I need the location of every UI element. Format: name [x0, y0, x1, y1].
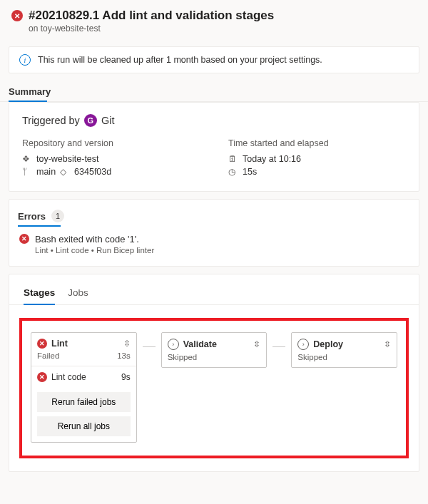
branch-name[interactable]: main — [36, 167, 56, 177]
stage-deploy[interactable]: › Deploy ⇳ Skipped — [291, 332, 397, 368]
skip-icon: › — [168, 339, 179, 350]
stage-name: Deploy — [313, 339, 379, 349]
errors-label[interactable]: Errors — [18, 211, 46, 222]
stage-validate[interactable]: › Validate ⇳ Skipped — [161, 332, 268, 368]
errors-count-badge: 1 — [51, 210, 64, 222]
stage-lint[interactable]: ✕ Lint ⇳ Failed 13s ✕ Lint code 9s Rerun… — [31, 332, 137, 443]
stage-status: Failed — [37, 351, 59, 360]
rerun-failed-button[interactable]: Rerun failed jobs — [37, 392, 131, 412]
info-icon: i — [19, 54, 31, 66]
clock-icon: ◷ — [228, 167, 238, 177]
summary-label: Summary — [0, 73, 428, 102]
status-failed-icon: ✕ — [11, 10, 23, 21]
triggered-by-prefix: Triggered by — [22, 115, 80, 126]
expand-icon[interactable]: ⇳ — [384, 339, 391, 349]
stage-connector — [143, 346, 156, 347]
stage-job-row[interactable]: ✕ Lint code 9s — [31, 366, 136, 388]
error-message: Bash exited with code '1'. — [35, 234, 154, 245]
tab-stages[interactable]: Stages — [24, 287, 55, 305]
stage-duration: 13s — [117, 351, 131, 360]
run-header: ✕ #20210829.1 Add lint and validation st… — [0, 0, 428, 41]
repo-icon: ❖ — [22, 154, 32, 164]
triggered-by-name[interactable]: Git — [101, 115, 115, 126]
run-title: #20210829.1 Add lint and validation stag… — [29, 9, 274, 23]
run-subtitle: on toy-website-test — [29, 24, 417, 34]
retention-banner: i This run will be cleaned up after 1 mo… — [9, 46, 419, 73]
job-duration: 9s — [121, 372, 131, 382]
stage-status: Skipped — [297, 353, 327, 361]
branch-icon: ᛘ — [22, 167, 32, 177]
stage-name: Lint — [51, 339, 119, 349]
repo-name[interactable]: toy-website-test — [36, 154, 99, 164]
expand-icon[interactable]: ⇳ — [253, 339, 260, 349]
repo-version-label: Repository and version — [22, 138, 200, 148]
errors-card: Errors 1 ✕ Bash exited with code '1'. Li… — [9, 199, 419, 267]
stages-card: Stages Jobs ✕ Lint ⇳ Failed 13s ✕ Lint c… — [9, 274, 419, 472]
stages-highlight-box: ✕ Lint ⇳ Failed 13s ✕ Lint code 9s Rerun… — [19, 318, 409, 458]
avatar: G — [84, 114, 97, 127]
retention-text: This run will be cleaned up after 1 mont… — [38, 55, 322, 65]
error-row[interactable]: ✕ Bash exited with code '1'. Lint • Lint… — [9, 227, 419, 262]
commit-icon: ◇ — [60, 167, 70, 177]
stage-connector — [272, 346, 285, 347]
stage-status: Skipped — [168, 353, 198, 361]
error-icon: ✕ — [37, 339, 47, 349]
tab-jobs[interactable]: Jobs — [68, 287, 88, 304]
calendar-icon: 🗓 — [228, 154, 238, 164]
commit-hash[interactable]: 6345f03d — [74, 167, 111, 177]
error-icon: ✕ — [19, 234, 29, 244]
job-name: Lint code — [51, 372, 117, 382]
error-icon: ✕ — [37, 372, 47, 382]
error-path: Lint • Lint code • Run Bicep linter — [35, 246, 154, 254]
rerun-all-button[interactable]: Rerun all jobs — [37, 416, 131, 436]
expand-icon[interactable]: ⇳ — [123, 339, 131, 349]
summary-card: Triggered by G Git Repository and versio… — [9, 102, 419, 192]
time-label: Time started and elapsed — [228, 138, 406, 148]
stage-name: Validate — [183, 339, 250, 349]
started-time: Today at 10:16 — [243, 154, 301, 164]
skip-icon: › — [297, 339, 309, 350]
elapsed-time: 15s — [243, 167, 257, 177]
